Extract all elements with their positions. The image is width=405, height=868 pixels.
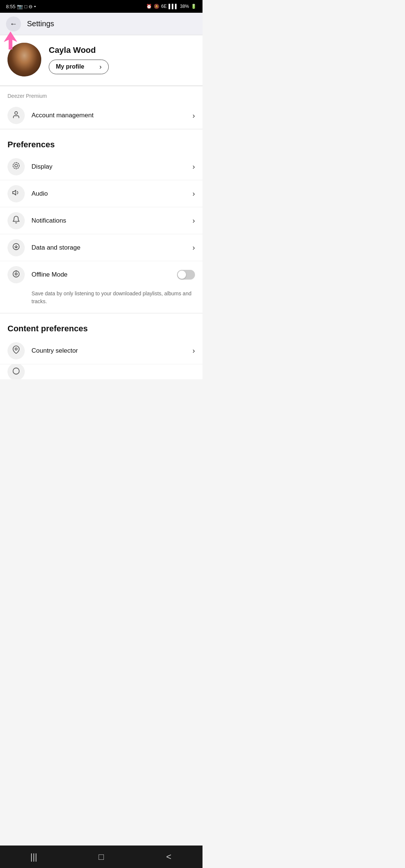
account-management-label: Account management [32,112,192,119]
content-preferences-heading: Content preferences [0,313,202,337]
offline-mode-description: Save data by only listening to your down… [0,288,202,313]
status-right: ⏰ 🔕 6E ▌▌▌ 38% 🔋 [146,4,196,9]
more-item[interactable] [0,364,202,379]
svg-point-3 [15,164,17,167]
download-icon [12,242,20,253]
display-icon [12,162,20,172]
svg-point-11 [15,348,17,350]
my-profile-label: My profile [56,63,84,70]
svg-point-4 [13,163,20,169]
audio-item[interactable]: Audio › [0,180,202,207]
offline-mode-label: Offline Mode [32,271,177,278]
status-bar: 8:55 📷 □ ⊖ • ⏰ 🔕 6E ▌▌▌ 38% 🔋 [0,0,202,13]
country-selector-label: Country selector [32,347,192,355]
data-storage-label: Data and storage [32,244,192,251]
display-item[interactable]: Display › [0,153,202,180]
preferences-heading: Preferences [0,129,202,153]
notifications-chevron: › [192,216,195,225]
profile-info: Cayla Wood My profile › [49,45,109,74]
status-left: 8:55 📷 □ ⊖ • [6,4,36,9]
back-button[interactable]: ← [6,16,21,31]
audio-icon-wrap [8,185,25,202]
my-profile-chevron: › [99,63,102,71]
svg-rect-1 [9,39,12,49]
offline-mode-icon-wrap [8,266,25,283]
display-chevron: › [192,162,195,171]
account-management-item[interactable]: Account management › [0,102,202,129]
notifications-item[interactable]: Notifications › [0,207,202,234]
battery: 38% [180,4,189,9]
account-chevron: › [192,111,195,120]
data-storage-item[interactable]: Data and storage › [0,234,202,261]
data-storage-icon-wrap [8,239,25,256]
country-icon-wrap [8,342,25,359]
location-icon [12,346,20,356]
network-icon: ▌▌▌ [168,4,178,9]
more-icon [12,367,20,377]
notifications-label: Notifications [32,217,192,224]
mute-icon: 🔕 [154,4,159,9]
offline-toggle-wrap [177,270,195,280]
audio-label: Audio [32,190,192,198]
account-icon [12,111,20,121]
more-icon-wrap [8,364,25,379]
back-icon: ← [10,19,17,28]
svg-point-2 [15,111,17,114]
notifications-icon-wrap [8,212,25,229]
signal-icon: 6E [161,4,167,9]
offline-mode-item[interactable]: Offline Mode [0,261,202,288]
arrow-indicator [4,31,17,51]
audio-chevron: › [192,189,195,198]
time: 8:55 [6,4,15,9]
account-section: Account management › [0,102,202,129]
profile-section: Cayla Wood My profile › [0,35,202,86]
bell-icon [12,216,20,226]
svg-point-9 [15,273,17,275]
offline-icon [12,270,20,280]
deezer-premium-label: Deezer Premium [0,86,202,102]
offline-mode-toggle[interactable] [177,270,195,280]
my-profile-button[interactable]: My profile › [49,60,109,74]
country-selector-item[interactable]: Country selector › [0,337,202,364]
display-label: Display [32,163,192,171]
main-content: Cayla Wood My profile › Deezer Premium A… [0,35,202,402]
avatar-wrap [8,43,41,76]
content-preferences-section: Country selector › [0,337,202,379]
data-storage-chevron: › [192,243,195,252]
svg-marker-5 [13,190,16,195]
top-nav: ← Settings [0,13,202,35]
account-icon-wrap [8,107,25,124]
svg-point-12 [13,368,20,374]
status-icons: 📷 □ ⊖ • [17,4,36,9]
country-chevron: › [192,346,195,355]
alarm-icon: ⏰ [146,4,152,9]
page-title: Settings [27,19,54,28]
audio-icon [12,189,20,199]
display-icon-wrap [8,158,25,175]
preferences-section: Display › Audio › [0,153,202,288]
battery-icon: 🔋 [191,4,196,9]
profile-name: Cayla Wood [49,45,109,55]
